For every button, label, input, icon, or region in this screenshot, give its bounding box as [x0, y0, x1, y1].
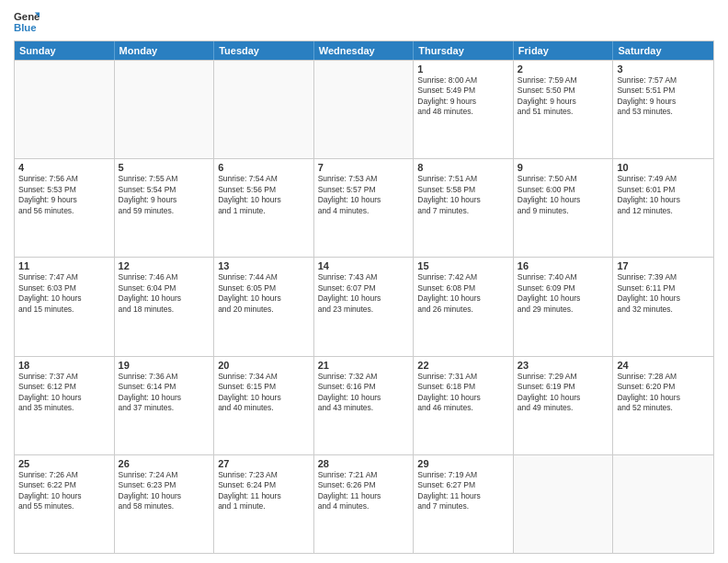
calendar-cell	[115, 61, 215, 158]
calendar-cell: 6Sunrise: 7:54 AM Sunset: 5:56 PM Daylig…	[214, 159, 314, 257]
day-number: 17	[617, 260, 710, 271]
day-number: 21	[318, 360, 410, 371]
calendar-cell: 11Sunrise: 7:47 AM Sunset: 6:03 PM Dayli…	[15, 258, 115, 355]
day-number: 1	[417, 63, 509, 75]
calendar-row: 25Sunrise: 7:26 AM Sunset: 6:22 PM Dayli…	[15, 454, 713, 553]
calendar-cell: 10Sunrise: 7:49 AM Sunset: 6:01 PM Dayli…	[613, 159, 713, 257]
cell-info: Sunrise: 7:19 AM Sunset: 6:27 PM Dayligh…	[417, 470, 509, 512]
cell-info: Sunrise: 7:34 AM Sunset: 6:15 PM Dayligh…	[218, 372, 310, 414]
calendar-cell: 8Sunrise: 7:51 AM Sunset: 5:58 PM Daylig…	[414, 159, 514, 257]
day-number: 13	[218, 260, 310, 271]
day-number: 18	[18, 360, 110, 371]
calendar-cell: 26Sunrise: 7:24 AM Sunset: 6:23 PM Dayli…	[115, 455, 215, 553]
calendar-cell: 20Sunrise: 7:34 AM Sunset: 6:15 PM Dayli…	[214, 357, 314, 454]
calendar-cell: 23Sunrise: 7:29 AM Sunset: 6:19 PM Dayli…	[514, 357, 614, 454]
calendar-cell: 16Sunrise: 7:40 AM Sunset: 6:09 PM Dayli…	[514, 258, 614, 355]
calendar-body: 1Sunrise: 8:00 AM Sunset: 5:49 PM Daylig…	[15, 60, 713, 553]
calendar-cell: 17Sunrise: 7:39 AM Sunset: 6:11 PM Dayli…	[613, 258, 713, 355]
day-number: 7	[318, 162, 410, 173]
calendar-cell: 7Sunrise: 7:53 AM Sunset: 5:57 PM Daylig…	[314, 159, 415, 257]
calendar-cell: 22Sunrise: 7:31 AM Sunset: 6:18 PM Dayli…	[414, 357, 514, 454]
day-number: 12	[119, 260, 210, 271]
day-number: 16	[518, 260, 609, 271]
calendar-cell: 9Sunrise: 7:50 AM Sunset: 6:00 PM Daylig…	[514, 159, 614, 257]
weekday-header: Monday	[115, 41, 215, 60]
header: General Blue	[14, 9, 714, 35]
logo-icon: General Blue	[14, 9, 40, 35]
calendar-cell: 1Sunrise: 8:00 AM Sunset: 5:49 PM Daylig…	[414, 61, 514, 158]
day-number: 26	[119, 458, 210, 469]
cell-info: Sunrise: 7:23 AM Sunset: 6:24 PM Dayligh…	[218, 470, 310, 512]
calendar-cell: 29Sunrise: 7:19 AM Sunset: 6:27 PM Dayli…	[414, 455, 514, 553]
cell-info: Sunrise: 7:54 AM Sunset: 5:56 PM Dayligh…	[218, 174, 310, 216]
day-number: 3	[617, 63, 710, 75]
calendar-row: 1Sunrise: 8:00 AM Sunset: 5:49 PM Daylig…	[15, 60, 713, 158]
cell-info: Sunrise: 7:40 AM Sunset: 6:09 PM Dayligh…	[518, 272, 609, 315]
cell-info: Sunrise: 7:37 AM Sunset: 6:12 PM Dayligh…	[18, 372, 110, 414]
calendar-cell: 19Sunrise: 7:36 AM Sunset: 6:14 PM Dayli…	[115, 357, 215, 454]
day-number: 19	[119, 360, 210, 371]
calendar-cell	[514, 455, 614, 553]
cell-info: Sunrise: 7:49 AM Sunset: 6:01 PM Dayligh…	[617, 174, 710, 216]
cell-info: Sunrise: 7:47 AM Sunset: 6:03 PM Dayligh…	[18, 272, 110, 315]
calendar-cell: 25Sunrise: 7:26 AM Sunset: 6:22 PM Dayli…	[15, 455, 115, 553]
day-number: 15	[417, 260, 509, 271]
calendar-cell: 3Sunrise: 7:57 AM Sunset: 5:51 PM Daylig…	[613, 61, 713, 158]
svg-text:Blue: Blue	[14, 22, 37, 33]
calendar-cell	[613, 455, 713, 553]
day-number: 6	[218, 162, 310, 173]
day-number: 29	[417, 458, 509, 469]
day-number: 4	[18, 162, 110, 173]
cell-info: Sunrise: 7:21 AM Sunset: 6:26 PM Dayligh…	[318, 470, 410, 512]
day-number: 23	[518, 360, 609, 371]
cell-info: Sunrise: 7:56 AM Sunset: 5:53 PM Dayligh…	[18, 174, 110, 216]
calendar-row: 18Sunrise: 7:37 AM Sunset: 6:12 PM Dayli…	[15, 356, 713, 454]
cell-info: Sunrise: 7:43 AM Sunset: 6:07 PM Dayligh…	[318, 272, 410, 315]
weekday-header: Tuesday	[214, 41, 314, 60]
day-number: 24	[617, 360, 710, 371]
day-number: 20	[218, 360, 310, 371]
calendar-cell	[15, 61, 115, 158]
day-number: 10	[617, 162, 710, 173]
cell-info: Sunrise: 7:31 AM Sunset: 6:18 PM Dayligh…	[417, 372, 509, 414]
calendar-cell: 28Sunrise: 7:21 AM Sunset: 6:26 PM Dayli…	[314, 455, 415, 553]
calendar-row: 4Sunrise: 7:56 AM Sunset: 5:53 PM Daylig…	[15, 158, 713, 257]
cell-info: Sunrise: 7:24 AM Sunset: 6:23 PM Dayligh…	[119, 470, 210, 512]
calendar-cell: 14Sunrise: 7:43 AM Sunset: 6:07 PM Dayli…	[314, 258, 415, 355]
calendar-cell: 5Sunrise: 7:55 AM Sunset: 5:54 PM Daylig…	[115, 159, 215, 257]
cell-info: Sunrise: 7:39 AM Sunset: 6:11 PM Dayligh…	[617, 272, 710, 315]
day-number: 5	[119, 162, 210, 173]
calendar-cell	[314, 61, 415, 158]
day-number: 27	[218, 458, 310, 469]
calendar-cell: 2Sunrise: 7:59 AM Sunset: 5:50 PM Daylig…	[514, 61, 614, 158]
calendar-cell: 13Sunrise: 7:44 AM Sunset: 6:05 PM Dayli…	[214, 258, 314, 355]
calendar-cell: 24Sunrise: 7:28 AM Sunset: 6:20 PM Dayli…	[613, 357, 713, 454]
cell-info: Sunrise: 7:50 AM Sunset: 6:00 PM Dayligh…	[518, 174, 609, 216]
day-number: 14	[318, 260, 410, 271]
page: General Blue SundayMondayTuesdayWednesda…	[0, 0, 728, 563]
day-number: 8	[417, 162, 509, 173]
day-number: 22	[417, 360, 509, 371]
cell-info: Sunrise: 7:36 AM Sunset: 6:14 PM Dayligh…	[119, 372, 210, 414]
calendar-cell: 15Sunrise: 7:42 AM Sunset: 6:08 PM Dayli…	[414, 258, 514, 355]
calendar-cell: 4Sunrise: 7:56 AM Sunset: 5:53 PM Daylig…	[15, 159, 115, 257]
calendar-cell: 18Sunrise: 7:37 AM Sunset: 6:12 PM Dayli…	[15, 357, 115, 454]
weekday-header: Saturday	[613, 41, 713, 60]
cell-info: Sunrise: 7:42 AM Sunset: 6:08 PM Dayligh…	[417, 272, 509, 315]
day-number: 11	[18, 260, 110, 271]
day-number: 25	[18, 458, 110, 469]
cell-info: Sunrise: 7:59 AM Sunset: 5:50 PM Dayligh…	[518, 75, 609, 118]
calendar: SundayMondayTuesdayWednesdayThursdayFrid…	[14, 40, 714, 554]
cell-info: Sunrise: 7:46 AM Sunset: 6:04 PM Dayligh…	[119, 272, 210, 315]
calendar-cell: 12Sunrise: 7:46 AM Sunset: 6:04 PM Dayli…	[115, 258, 215, 355]
cell-info: Sunrise: 7:26 AM Sunset: 6:22 PM Dayligh…	[18, 470, 110, 512]
weekday-header: Sunday	[15, 41, 115, 60]
cell-info: Sunrise: 7:57 AM Sunset: 5:51 PM Dayligh…	[617, 75, 710, 118]
weekday-header: Friday	[514, 41, 614, 60]
cell-info: Sunrise: 7:28 AM Sunset: 6:20 PM Dayligh…	[617, 372, 710, 414]
calendar-cell: 27Sunrise: 7:23 AM Sunset: 6:24 PM Dayli…	[214, 455, 314, 553]
weekday-header: Wednesday	[314, 41, 415, 60]
calendar-cell: 21Sunrise: 7:32 AM Sunset: 6:16 PM Dayli…	[314, 357, 415, 454]
cell-info: Sunrise: 8:00 AM Sunset: 5:49 PM Dayligh…	[417, 75, 509, 118]
day-number: 9	[518, 162, 609, 173]
